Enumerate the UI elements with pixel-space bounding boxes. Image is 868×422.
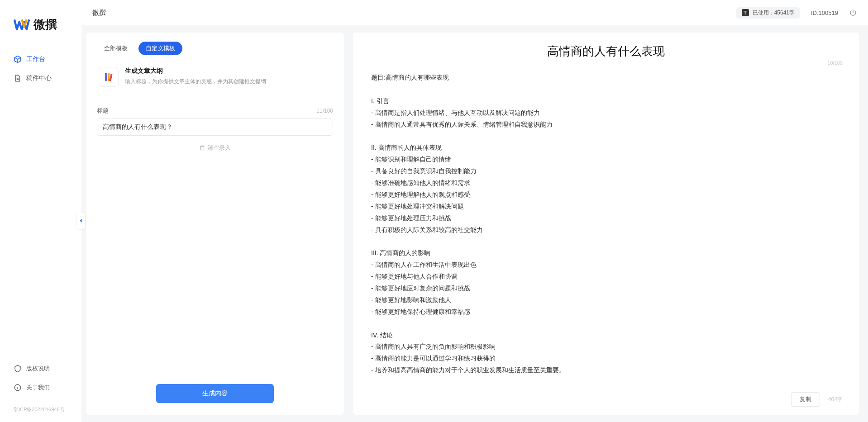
sidebar-footer: 版权说明 关于我们 [0, 360, 81, 403]
right-panel: 高情商的人有什么表现 10/100 题目:高情商的人有哪些表现 I. 引言 - … [353, 33, 859, 415]
result-title: 高情商的人有什么表现 [369, 43, 843, 59]
usage-prefix: 已使用： [753, 9, 774, 17]
text-count-icon: T [742, 9, 749, 16]
template-card: 生成文章大纲 输入标题，为你提供文章主体的灵感，并为其创建推文提纲 [97, 62, 333, 96]
nav-label: 关于我们 [26, 384, 50, 392]
nav-item-drafts[interactable]: 稿件中心 [7, 70, 74, 87]
svg-rect-1 [105, 73, 107, 81]
title-input[interactable] [97, 119, 333, 136]
nav-item-about[interactable]: 关于我们 [7, 379, 74, 396]
tab-row: 全部模板 自定义模板 [97, 42, 333, 55]
result-body: 题目:高情商的人有哪些表现 I. 引言 - 高情商是指人们处理情绪、与他人互动以… [369, 68, 843, 380]
svg-rect-2 [108, 73, 110, 81]
right-footer: 复制 404字 [791, 392, 843, 407]
logo-text: 微撰 [33, 17, 57, 33]
tab-custom-templates[interactable]: 自定义模板 [138, 42, 182, 55]
logo-icon [14, 16, 30, 33]
document-icon [14, 74, 22, 82]
topbar: 微撰 T 已使用： 45641字 ID:100519 [81, 0, 868, 25]
nav: 工作台 稿件中心 [0, 51, 81, 360]
result-title-counter: 10/100 [827, 60, 843, 66]
tab-all-templates[interactable]: 全部模板 [97, 42, 135, 55]
word-count: 404字 [828, 396, 843, 403]
nav-item-copyright[interactable]: 版权说明 [7, 360, 74, 377]
nav-label: 工作台 [26, 55, 45, 63]
user-id: ID:100519 [811, 9, 838, 16]
sidebar: 微撰 工作台 稿件中心 [0, 0, 81, 422]
generate-button[interactable]: 生成内容 [156, 384, 274, 403]
clear-input-button[interactable]: 清空录入 [97, 144, 333, 152]
info-icon [14, 384, 22, 392]
usage-badge[interactable]: T 已使用： 45641字 [736, 7, 800, 19]
logo[interactable]: 微撰 [0, 9, 81, 51]
shield-icon [14, 365, 22, 373]
template-desc: 输入标题，为你提供文章主体的灵感，并为其创建推文提纲 [125, 78, 266, 85]
main: 全部模板 自定义模板 生成文章大纲 输入标题，为你提供文章主体的灵感，并为其创建… [81, 25, 868, 422]
usage-value: 45641字 [774, 9, 795, 17]
nav-label: 稿件中心 [26, 74, 52, 82]
template-icon [99, 67, 119, 87]
power-button[interactable] [849, 9, 857, 17]
icp-text: 鄂ICP备2022016946号 [0, 403, 81, 413]
clear-label: 清空录入 [207, 144, 231, 152]
template-title: 生成文章大纲 [125, 67, 266, 75]
nav-item-workspace[interactable]: 工作台 [7, 51, 74, 68]
svg-rect-3 [109, 74, 112, 81]
page-title: 微撰 [92, 9, 106, 17]
left-panel: 全部模板 自定义模板 生成文章大纲 输入标题，为你提供文章主体的灵感，并为其创建… [86, 33, 344, 415]
cube-icon [14, 55, 22, 63]
copy-button[interactable]: 复制 [791, 392, 820, 407]
title-field-label: 标题 [97, 107, 109, 115]
nav-label: 版权说明 [26, 365, 50, 373]
title-field-counter: 11/100 [316, 108, 333, 114]
trash-icon [199, 145, 205, 151]
